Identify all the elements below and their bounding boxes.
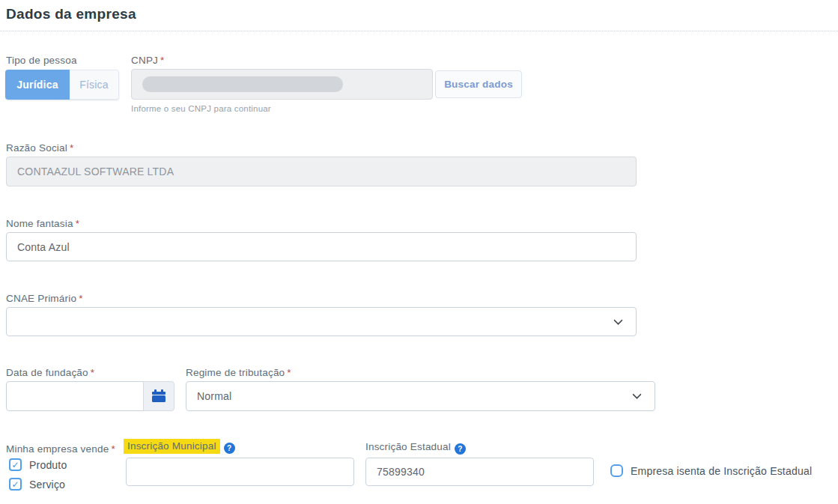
cnpj-label-text: CNPJ bbox=[131, 55, 158, 66]
help-icon[interactable]: ? bbox=[224, 443, 235, 454]
checkbox-produto-label: Produto bbox=[29, 459, 67, 471]
cnpj-redacted-value bbox=[142, 76, 343, 92]
checkbox-checked-icon: ✓ bbox=[9, 458, 22, 471]
tipo-pessoa-label: Tipo de pessoa bbox=[6, 55, 77, 66]
required-mark: * bbox=[79, 293, 82, 304]
divider bbox=[0, 31, 838, 31]
cnae-primario-label-text: CNAE Primário bbox=[6, 293, 76, 304]
regime-tributacao-label: Regime de tributação* bbox=[186, 367, 291, 378]
razao-social-label: Razão Social* bbox=[6, 142, 73, 154]
calendar-button[interactable] bbox=[143, 381, 174, 411]
data-fundacao-label-text: Data de fundação bbox=[6, 367, 88, 378]
help-icon[interactable]: ? bbox=[455, 443, 466, 455]
calendar-icon bbox=[152, 389, 166, 403]
required-mark: * bbox=[91, 367, 94, 378]
required-mark: * bbox=[76, 218, 79, 229]
regime-tributacao-value: Normal bbox=[197, 390, 231, 402]
checkbox-checked-icon: ✓ bbox=[9, 478, 22, 491]
checkbox-empresa-isenta-label: Empresa isenta de Inscrição Estadual bbox=[631, 465, 812, 477]
page-title: Dados da empresa bbox=[6, 6, 136, 22]
toggle-fisica[interactable]: Física bbox=[70, 70, 119, 100]
inscricao-municipal-label: Inscrição Municipal? bbox=[124, 440, 235, 454]
minha-empresa-vende-label: Minha empresa vende* bbox=[6, 443, 115, 455]
data-fundacao-input[interactable] bbox=[6, 381, 144, 411]
inscricao-municipal-input[interactable] bbox=[126, 458, 354, 486]
tipo-pessoa-toggle: Jurídica Física bbox=[5, 70, 119, 100]
cnpj-field bbox=[131, 69, 433, 100]
checkbox-empresa-isenta[interactable]: Empresa isenta de Inscrição Estadual bbox=[610, 464, 812, 477]
cnpj-label: CNPJ* bbox=[131, 55, 165, 66]
cnpj-helper-text: Informe o seu CNPJ para continuar bbox=[131, 104, 271, 113]
checkbox-unchecked-icon bbox=[610, 464, 623, 477]
chevron-down-icon bbox=[613, 315, 623, 325]
nome-fantasia-label-text: Nome fantasia bbox=[6, 218, 73, 229]
inscricao-estadual-label-text: Inscrição Estadual bbox=[365, 441, 451, 452]
checkbox-servico-label: Serviço bbox=[29, 479, 65, 491]
cnae-primario-select[interactable] bbox=[6, 307, 637, 336]
minha-empresa-vende-label-text: Minha empresa vende bbox=[6, 443, 109, 455]
checkbox-produto[interactable]: ✓ Produto bbox=[9, 458, 67, 471]
buscar-dados-button[interactable]: Buscar dados bbox=[435, 70, 522, 98]
required-mark: * bbox=[111, 443, 115, 455]
required-mark: * bbox=[287, 367, 291, 378]
regime-tributacao-label-text: Regime de tributação bbox=[186, 367, 285, 378]
required-mark: * bbox=[70, 142, 73, 154]
regime-tributacao-select[interactable]: Normal bbox=[186, 381, 655, 411]
cnae-primario-label: CNAE Primário* bbox=[6, 293, 83, 304]
razao-social-label-text: Razão Social bbox=[6, 142, 67, 154]
chevron-down-icon bbox=[632, 389, 642, 399]
nome-fantasia-input[interactable] bbox=[6, 232, 637, 261]
company-data-form: Dados da empresa Tipo de pessoa Jurídica… bbox=[0, 0, 838, 504]
toggle-juridica[interactable]: Jurídica bbox=[5, 70, 70, 100]
required-mark: * bbox=[160, 55, 164, 66]
highlighted-label: Inscrição Municipal bbox=[124, 439, 220, 454]
checkbox-servico[interactable]: ✓ Serviço bbox=[9, 478, 65, 491]
razao-social-input bbox=[6, 157, 637, 186]
inscricao-estadual-input[interactable] bbox=[365, 458, 594, 486]
inscricao-estadual-label: Inscrição Estadual? bbox=[365, 441, 466, 455]
nome-fantasia-label: Nome fantasia* bbox=[6, 218, 79, 229]
data-fundacao-label: Data de fundação* bbox=[6, 367, 94, 378]
